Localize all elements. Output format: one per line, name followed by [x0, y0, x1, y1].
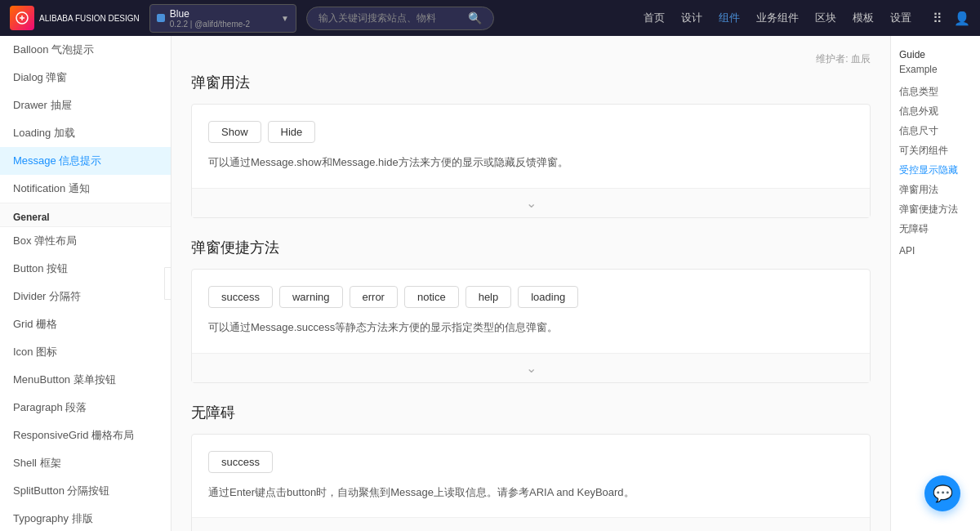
demo-card-2: success warning error notice help loadin…	[191, 269, 871, 383]
right-panel-item-size[interactable]: 信息尺寸	[899, 121, 972, 141]
search-text: 输入关键词搜索站点、物料	[318, 11, 436, 25]
section1-title: 弹窗用法	[191, 73, 871, 92]
logo-text: ALIBABA FUSION DESIGN	[39, 13, 140, 24]
expand-icon-3: ⌄	[526, 524, 537, 531]
right-panel-item-modal-shortcut[interactable]: 弹窗便捷方法	[899, 199, 972, 219]
sidebar-item-paragraph[interactable]: Paragraph 段落	[0, 394, 171, 422]
demo-card-3-body: success 通过Enter键点击button时，自动聚焦到Message上读…	[192, 435, 870, 518]
right-panel-item-accessibility[interactable]: 无障碍	[899, 219, 972, 239]
sidebar-item-box[interactable]: Box 弹性布局	[0, 227, 171, 255]
grid-icon[interactable]: ⠿	[933, 11, 942, 26]
error-button[interactable]: error	[350, 286, 398, 308]
chat-button[interactable]: 💬	[924, 475, 960, 511]
sidebar-item-loading[interactable]: Loading 加载	[0, 119, 171, 147]
right-panel-item-type[interactable]: 信息类型	[899, 82, 972, 101]
section1-description: 可以通过Message.show和Message.hide方法来方便的显示或隐藏…	[208, 154, 853, 172]
expand-icon-2: ⌄	[526, 360, 537, 376]
sidebar-item-drawer[interactable]: Drawer 抽屉	[0, 91, 171, 119]
sidebar-collapse-button[interactable]: 《	[164, 267, 172, 300]
section-modal-usage: 弹窗用法 Show Hide 可以通过Message.show和Message.…	[191, 73, 871, 218]
demo-buttons-2: success warning error notice help loadin…	[208, 286, 853, 308]
warning-button[interactable]: warning	[279, 286, 343, 308]
theme-version: 0.2.2 | @alifd/theme-2	[170, 20, 276, 29]
theme-name: Blue	[170, 8, 276, 20]
section-accessibility: 无障碍 success 通过Enter键点击button时，自动聚焦到Messa…	[191, 403, 871, 531]
demo-card-3: success 通过Enter键点击button时，自动聚焦到Message上读…	[191, 434, 871, 531]
theme-info: Blue 0.2.2 | @alifd/theme-2	[170, 8, 276, 29]
success-button-2[interactable]: success	[208, 451, 273, 473]
right-panel-item-closable[interactable]: 可关闭组件	[899, 141, 972, 160]
section3-title: 无障碍	[191, 403, 871, 422]
demo-card-1-footer[interactable]: ⌄	[192, 188, 870, 217]
section2-description: 可以通过Message.success等静态方法来方便的显示指定类型的信息弹窗。	[208, 319, 853, 337]
right-panel-item-controlled[interactable]: 受控显示隐藏	[899, 160, 972, 180]
theme-dot	[157, 14, 165, 22]
demo-buttons-1: Show Hide	[208, 121, 853, 143]
content-wrapper: 维护者: 血辰 弹窗用法 Show Hide 可以通过Message.show和…	[172, 36, 980, 531]
section-modal-shortcuts: 弹窗便捷方法 success warning error notice help…	[191, 238, 871, 383]
expand-icon-1: ⌄	[526, 195, 537, 211]
chat-icon: 💬	[933, 484, 953, 503]
sidebar-item-responsivegrid[interactable]: ResponsiveGrid 栅格布局	[0, 422, 171, 449]
nav-link-settings[interactable]: 设置	[890, 11, 911, 25]
right-panel-example[interactable]: Example	[899, 64, 972, 75]
sidebar-item-shell[interactable]: Shell 框架	[0, 449, 171, 477]
logo-icon	[10, 6, 34, 30]
sidebar-section-general: General	[0, 203, 171, 227]
sidebar-item-menubutton[interactable]: MenuButton 菜单按钮	[0, 366, 171, 394]
top-nav: ALIBABA FUSION DESIGN Blue 0.2.2 | @alif…	[0, 0, 980, 36]
theme-selector[interactable]: Blue 0.2.2 | @alifd/theme-2 ▼	[149, 4, 296, 33]
success-button-1[interactable]: success	[208, 286, 273, 308]
sidebar-item-balloon[interactable]: Balloon 气泡提示	[0, 36, 171, 64]
sidebar-item-button[interactable]: Button 按钮	[0, 255, 171, 283]
demo-card-2-footer[interactable]: ⌄	[192, 353, 870, 382]
nav-link-biz[interactable]: 业务组件	[756, 11, 799, 25]
sidebar-item-grid[interactable]: Grid 栅格	[0, 310, 171, 338]
sidebar-item-notification[interactable]: Notification 通知	[0, 175, 171, 203]
right-panel-item-appearance[interactable]: 信息外观	[899, 101, 972, 121]
nav-link-home[interactable]: 首页	[644, 11, 665, 25]
section2-title: 弹窗便捷方法	[191, 238, 871, 257]
demo-buttons-3: success	[208, 451, 853, 473]
maintainer-info: 维护者: 血辰	[191, 52, 871, 66]
sidebar: Balloon 气泡提示 Dialog 弹窗 Drawer 抽屉 Loading…	[0, 36, 172, 531]
show-button[interactable]: Show	[208, 121, 261, 143]
right-panel-guide[interactable]: Guide	[899, 49, 972, 60]
nav-link-templates[interactable]: 模板	[853, 11, 874, 25]
chevron-down-icon: ▼	[281, 14, 289, 23]
nav-links: 首页 设计 组件 业务组件 区块 模板 设置	[644, 11, 911, 25]
user-avatar-icon[interactable]: 👤	[954, 11, 970, 26]
right-panel: Guide Example 信息类型 信息外观 信息尺寸 可关闭组件 受控显示隐…	[890, 36, 980, 531]
nav-icons: ⠿ 👤	[933, 11, 970, 26]
search-bar[interactable]: 输入关键词搜索站点、物料 🔍	[306, 7, 494, 30]
nav-link-blocks[interactable]: 区块	[815, 11, 836, 25]
content: 维护者: 血辰 弹窗用法 Show Hide 可以通过Message.show和…	[172, 36, 890, 531]
section3-description: 通过Enter键点击button时，自动聚焦到Message上读取信息。请参考A…	[208, 484, 853, 502]
sidebar-item-splitbutton[interactable]: SplitButton 分隔按钮	[0, 477, 171, 505]
demo-card-1-body: Show Hide 可以通过Message.show和Message.hide方…	[192, 105, 870, 188]
demo-card-1: Show Hide 可以通过Message.show和Message.hide方…	[191, 104, 871, 218]
sidebar-item-dialog[interactable]: Dialog 弹窗	[0, 64, 171, 91]
demo-card-3-footer[interactable]: ⌄	[192, 517, 870, 531]
sidebar-item-message[interactable]: Message 信息提示	[0, 147, 171, 175]
sidebar-item-divider[interactable]: Divider 分隔符	[0, 283, 171, 310]
demo-card-2-body: success warning error notice help loadin…	[192, 270, 870, 353]
hide-button[interactable]: Hide	[268, 121, 316, 143]
main-layout: Balloon 气泡提示 Dialog 弹窗 Drawer 抽屉 Loading…	[0, 36, 980, 531]
sidebar-item-typography[interactable]: Typography 排版	[0, 505, 171, 531]
sidebar-item-icon[interactable]: Icon 图标	[0, 338, 171, 366]
search-icon: 🔍	[468, 11, 482, 25]
logo-area: ALIBABA FUSION DESIGN	[10, 6, 140, 30]
nav-link-design[interactable]: 设计	[681, 11, 702, 25]
help-button[interactable]: help	[466, 286, 512, 308]
notice-button[interactable]: notice	[404, 286, 459, 308]
loading-button[interactable]: loading	[518, 286, 578, 308]
right-panel-item-modal-usage[interactable]: 弹窗用法	[899, 180, 972, 199]
nav-link-components[interactable]: 组件	[719, 11, 740, 25]
right-panel-api[interactable]: API	[899, 245, 972, 257]
